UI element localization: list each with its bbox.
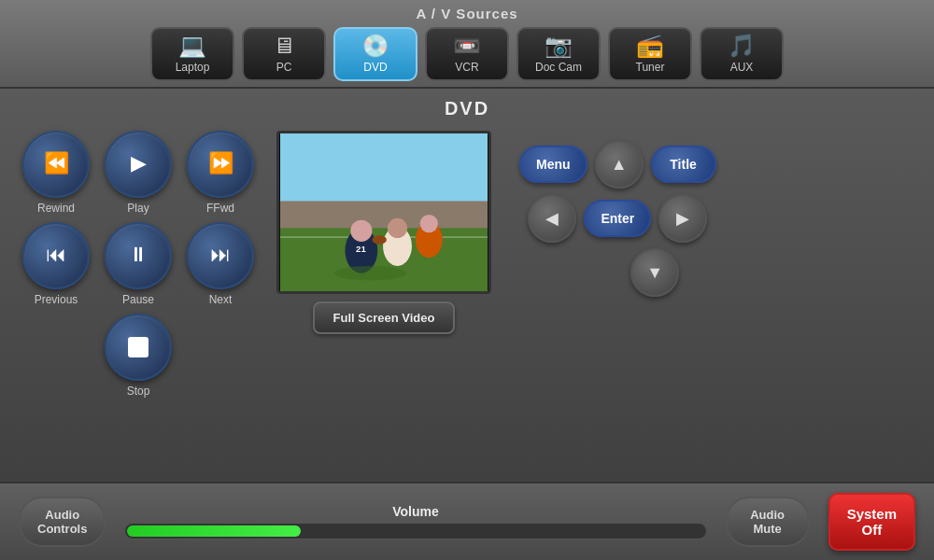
right-controls: Menu ▲ Title ◀ Enter ▶ [519,131,716,297]
nav-left-button[interactable]: ◀ [528,194,576,243]
audio-controls-button[interactable]: Audio Controls [19,497,106,547]
rewind-icon: ⏪ [44,153,69,174]
rewind-wrap: ⏪ Rewind [19,131,93,215]
stop-button[interactable] [105,314,172,381]
video-preview: 21 [276,131,491,294]
main-container: A / V Sources 💻 Laptop 🖥 PC 💿 DVD 📼 VCR … [0,0,934,560]
play-wrap: ▶ Play [101,131,176,215]
down-arrow-icon: ▼ [646,263,663,283]
tuner-icon: 📻 [636,35,664,57]
nav-top-row: Menu ▲ Title [519,140,716,189]
av-sources-buttons: 💻 Laptop 🖥 PC 💿 DVD 📼 VCR 📷 Doc Cam 📻 [150,27,784,81]
volume-bar-fill [127,525,300,537]
previous-button[interactable]: ⏮ [22,222,90,289]
title-button[interactable]: Title [651,146,716,183]
previous-wrap: ⏮ Previous [19,222,93,306]
up-arrow-icon: ▲ [611,155,628,175]
source-btn-pc[interactable]: 🖥 PC [242,27,326,81]
content-area: DVD ⏪ Rewind ▶ Play [0,89,934,482]
ffwd-icon: ⏩ [208,153,234,174]
stop-wrap: Stop [101,314,176,398]
source-btn-tuner[interactable]: 📻 Tuner [608,27,692,81]
pause-button[interactable]: ⏸ [105,222,172,289]
vcr-label: VCR [455,61,478,74]
tuner-label: Tuner [636,61,665,74]
full-screen-button[interactable]: Full Screen Video [313,301,456,334]
svg-text:21: 21 [356,244,366,254]
svg-point-11 [372,235,386,245]
video-content: 21 [279,133,488,291]
right-arrow-icon: ▶ [676,208,689,229]
left-arrow-icon: ◀ [545,208,559,229]
svg-point-12 [334,266,406,280]
aux-icon: 🎵 [728,35,756,57]
vcr-icon: 📼 [453,35,481,57]
play-icon: ▶ [131,153,147,174]
laptop-icon: 💻 [178,35,206,57]
next-icon: ⏭ [210,245,231,265]
nav-right-button[interactable]: ▶ [658,194,707,243]
volume-section: Volume [124,504,706,539]
nav-bottom-row: ▼ [556,248,679,297]
dvd-label: DVD [363,61,387,74]
menu-button[interactable]: Menu [519,146,587,183]
bottom-bar: Audio Controls Volume Audio Mute System … [0,482,934,560]
next-label: Next [209,293,233,306]
svg-point-10 [420,215,438,232]
source-btn-laptop[interactable]: 💻 Laptop [150,27,234,81]
svg-point-8 [388,218,407,238]
audio-mute-button[interactable]: Audio Mute [726,497,810,547]
volume-bar-container[interactable] [124,523,706,539]
av-sources-title: A / V Sources [416,6,517,21]
nav-down-button[interactable]: ▼ [630,248,679,297]
dvd-section-title: DVD [19,98,915,119]
play-button[interactable]: ▶ [105,131,172,198]
pc-label: PC [276,61,292,74]
nav-up-button[interactable]: ▲ [595,140,644,189]
pause-label: Pause [122,293,154,306]
play-label: Play [127,202,149,215]
source-btn-doccam[interactable]: 📷 Doc Cam [517,27,601,81]
laptop-label: Laptop [176,61,210,74]
pause-icon: ⏸ [128,245,149,265]
doccam-label: Doc Cam [535,61,582,74]
previous-label: Previous [35,293,78,306]
previous-icon: ⏮ [46,245,66,265]
rewind-label: Rewind [37,202,75,215]
svg-rect-3 [280,201,488,228]
doccam-icon: 📷 [545,35,573,57]
dvd-icon: 💿 [361,35,389,57]
stop-icon [128,337,149,357]
source-btn-vcr[interactable]: 📼 VCR [425,27,509,81]
svg-rect-1 [280,224,488,291]
left-controls: ⏪ Rewind ▶ Play ⏩ FFwd [19,131,258,398]
enter-button[interactable]: Enter [584,200,651,237]
rewind-button[interactable]: ⏪ [22,131,90,198]
pause-wrap: ⏸ Pause [101,222,176,306]
ffwd-label: FFwd [206,202,234,215]
next-button[interactable]: ⏭ [187,222,254,289]
svg-point-6 [350,220,372,242]
volume-label: Volume [392,504,439,519]
av-sources-bar: A / V Sources 💻 Laptop 🖥 PC 💿 DVD 📼 VCR … [0,0,934,89]
ffwd-button[interactable]: ⏩ [187,131,254,198]
source-btn-dvd[interactable]: 💿 DVD [333,27,417,81]
source-btn-aux[interactable]: 🎵 AUX [700,27,784,81]
aux-label: AUX [730,61,754,74]
stop-label: Stop [127,385,150,398]
system-off-button[interactable]: System Off [828,493,915,551]
next-wrap: ⏭ Next [183,222,258,306]
dvd-controls-area: ⏪ Rewind ▶ Play ⏩ FFwd [19,131,915,472]
ffwd-wrap: ⏩ FFwd [183,131,258,215]
pc-icon: 🖥 [273,35,295,57]
nav-middle-row: ◀ Enter ▶ [528,194,707,243]
video-preview-area: 21 Full Screen Video [276,131,491,334]
